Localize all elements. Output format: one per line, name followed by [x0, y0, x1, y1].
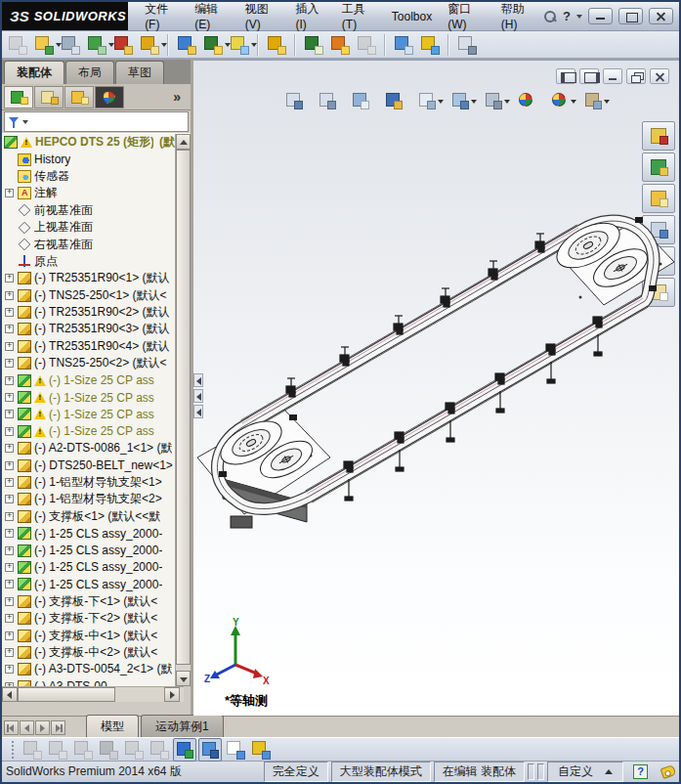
tree-item[interactable]: (-) 1-Size 25 CP ass: [2, 371, 175, 388]
tree-item[interactable]: History: [2, 151, 175, 167]
custom-dropdown[interactable]: 自定义: [547, 762, 623, 782]
toolbar-grip[interactable]: [12, 741, 15, 759]
mass-properties-button[interactable]: [21, 738, 44, 762]
tab-scroll-last-button[interactable]: [51, 720, 65, 735]
interference-detection-button[interactable]: [418, 33, 442, 57]
view-palette-button[interactable]: [642, 215, 675, 244]
tag-icon[interactable]: [660, 764, 677, 779]
smart-fasteners-button[interactable]: [111, 33, 135, 57]
tree-item[interactable]: (-) DTS250-BELT_new<1>: [2, 457, 175, 473]
assembly-features-button[interactable]: [201, 33, 225, 57]
menu-item[interactable]: 窗口(W): [441, 0, 492, 34]
solidworks-resources-button[interactable]: [642, 121, 675, 151]
tree-item[interactable]: (-) A2-DTS-0086_1<1> (默: [2, 440, 175, 457]
collapse-arrow-icon[interactable]: [193, 405, 203, 418]
tree-item[interactable]: 注解: [2, 185, 175, 201]
expand-icon[interactable]: [5, 376, 14, 385]
design-table-button[interactable]: [224, 738, 247, 762]
menu-item[interactable]: 工具(T): [335, 0, 383, 34]
pane-split-right-icon[interactable]: [579, 68, 599, 84]
menu-item[interactable]: Toolbox: [385, 7, 439, 26]
tree-horizontal-scrollbar[interactable]: [2, 686, 184, 702]
tree-item[interactable]: 传感器: [2, 168, 175, 185]
tab-scroll-next-button[interactable]: [35, 720, 50, 735]
appearances-scenes-button[interactable]: [642, 246, 675, 276]
view-orientation-button[interactable]: [416, 90, 438, 111]
tree-item[interactable]: (-) 1-铝型材导轨支架<2>: [2, 491, 175, 507]
expand-icon[interactable]: [5, 597, 14, 606]
edit-appearance-button[interactable]: [516, 90, 537, 111]
menu-item[interactable]: 文件(F): [138, 0, 186, 34]
isolate-button[interactable]: [302, 33, 325, 57]
tree-item[interactable]: (-) A3-DTS-00: [2, 678, 175, 687]
expand-icon[interactable]: [5, 478, 14, 487]
pane-split-left-icon[interactable]: [556, 68, 575, 84]
expand-icon[interactable]: [5, 325, 14, 333]
insert-component-button[interactable]: [32, 33, 56, 57]
expand-icon[interactable]: [5, 308, 14, 317]
tree-item[interactable]: (-) 1-25 CLS assy_2000-: [2, 576, 175, 592]
tree-item[interactable]: (-) 1-25 CLS assy_2000-: [2, 559, 175, 576]
expand-icon[interactable]: [5, 189, 14, 197]
tab-scroll-prev-button[interactable]: [20, 720, 34, 735]
filter-dropdown-caret[interactable]: [22, 120, 28, 124]
tree-filter-input[interactable]: [4, 111, 189, 132]
design-library-button[interactable]: [642, 152, 675, 182]
expand-icon[interactable]: [5, 495, 14, 503]
large-assembly-mode-button[interactable]: [328, 33, 352, 57]
show-hidden-components-button[interactable]: [175, 33, 198, 57]
tree-item[interactable]: (-) 1-25 CLS assy_2000-: [2, 542, 175, 558]
expand-icon[interactable]: [5, 393, 14, 402]
tree-item[interactable]: (-) 支撑板-中<1> (默认<: [2, 627, 175, 643]
mate-button[interactable]: [59, 33, 82, 57]
tree-item[interactable]: (-) 支撑板-中<2> (默认<: [2, 644, 175, 661]
tree-root-item[interactable]: HEPCO DTS 25 (矩形) (默: [2, 134, 175, 151]
section-view-button[interactable]: [383, 90, 404, 111]
scroll-left-button[interactable]: [2, 687, 18, 702]
tree-item[interactable]: (-) TR25351R90<3> (默认: [2, 321, 175, 337]
exploded-view-button[interactable]: [265, 33, 288, 57]
expand-icon[interactable]: [5, 580, 14, 588]
menu-item[interactable]: 编辑(E): [188, 0, 236, 34]
file-explorer-button[interactable]: [642, 184, 675, 213]
displaymanager-tab-button[interactable]: [95, 86, 124, 109]
doc-restore-button[interactable]: [626, 68, 646, 84]
collapse-arrow-icon[interactable]: [193, 389, 203, 403]
tree-item[interactable]: 前视基准面: [2, 202, 175, 219]
reload-button[interactable]: [148, 738, 171, 762]
expand-icon[interactable]: [5, 359, 14, 368]
shaded-view-button[interactable]: [198, 738, 222, 762]
command-tab[interactable]: 布局: [65, 61, 114, 84]
scroll-right-button[interactable]: [164, 687, 180, 702]
collapse-arrow-icon[interactable]: [193, 373, 203, 387]
tree-item[interactable]: (-) 1-Size 25 CP ass: [2, 423, 175, 440]
scroll-up-button[interactable]: [176, 134, 191, 150]
expand-icon[interactable]: [5, 665, 14, 674]
manager-overflow-button[interactable]: »: [173, 89, 189, 105]
configurationmanager-tab-button[interactable]: [64, 86, 94, 109]
menu-item[interactable]: 插入(I): [288, 0, 332, 34]
expand-icon[interactable]: [5, 444, 14, 453]
tree-item[interactable]: (-) TR25351R90<1> (默认: [2, 270, 175, 286]
tree-item[interactable]: (-) 支撑板-下<1> (默认<: [2, 593, 175, 610]
reference-geometry-button[interactable]: [228, 33, 251, 57]
tree-item[interactable]: (-) TR25351R90<2> (默认: [2, 304, 175, 321]
zoom-to-area-button[interactable]: [317, 90, 338, 111]
scroll-down-button[interactable]: [176, 671, 191, 686]
coordinate-system-button[interactable]: [173, 738, 196, 762]
custom-properties-button[interactable]: [642, 278, 675, 307]
tree-item[interactable]: (-) TNS25-250<2> (默认<: [2, 355, 175, 371]
window-close-button[interactable]: [649, 8, 673, 24]
previous-view-button[interactable]: [350, 90, 371, 111]
tree-item[interactable]: 右视基准面: [2, 236, 175, 252]
expand-icon[interactable]: [5, 427, 14, 436]
expand-icon[interactable]: [5, 563, 14, 572]
measure-button[interactable]: [392, 33, 415, 57]
assembly-xpert-button[interactable]: [455, 33, 479, 57]
help-dropdown-caret[interactable]: [576, 15, 582, 19]
expand-icon[interactable]: [5, 410, 14, 418]
document-tab[interactable]: 模型: [86, 715, 139, 737]
expand-icon[interactable]: [5, 529, 14, 538]
tree-item[interactable]: (-) 支撑板<1> (默认<<默: [2, 508, 175, 525]
search-icon[interactable]: [543, 10, 557, 23]
